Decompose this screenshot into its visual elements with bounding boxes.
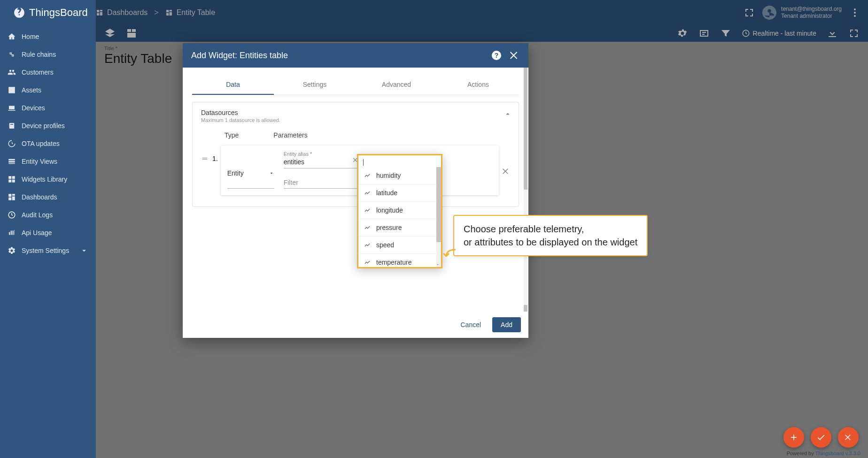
- devices-icon: [8, 104, 16, 112]
- settings-icon: [8, 246, 16, 255]
- filter-field[interactable]: Filter: [284, 172, 359, 189]
- entity-views-icon: [8, 157, 16, 166]
- telemetry-options: humidity latitude longitude pressure spe…: [357, 167, 442, 268]
- collapse-icon[interactable]: [504, 110, 512, 120]
- tab-advanced[interactable]: Advanced: [356, 75, 437, 95]
- timeseries-icon: [364, 172, 371, 179]
- dropdown-option-longitude[interactable]: longitude: [358, 201, 441, 219]
- sidebar-item-ota-updates[interactable]: OTA updates: [0, 135, 96, 153]
- sidebar-item-devices[interactable]: Devices: [0, 99, 96, 117]
- tab-data[interactable]: Data: [192, 75, 274, 95]
- dialog-scrollbar[interactable]: [524, 68, 527, 312]
- add-widget-dialog: Add Widget: Entities table ? Data Settin…: [183, 43, 528, 338]
- dialog-header: Add Widget: Entities table ?: [183, 43, 528, 68]
- entity-alias-input[interactable]: [284, 158, 349, 166]
- type-select[interactable]: Entity: [227, 151, 274, 189]
- dialog-body: Data Settings Advanced Actions Datasourc…: [183, 68, 528, 312]
- hint-callout: Choose preferable telemetry, or attribut…: [453, 215, 648, 256]
- assets-icon: [8, 86, 16, 94]
- rule-chains-icon: [8, 50, 16, 59]
- sidebar-item-device-profiles[interactable]: Device profiles: [0, 117, 96, 135]
- customers-icon: [8, 68, 16, 76]
- telemetry-dropdown: humidity latitude longitude pressure spe…: [357, 154, 442, 268]
- sidebar-item-audit-logs[interactable]: Audit Logs: [0, 206, 96, 224]
- dialog-tabs: Data Settings Advanced Actions: [192, 75, 519, 95]
- dialog-actions: Cancel Add: [183, 312, 528, 338]
- fab-cancel[interactable]: [838, 427, 859, 448]
- timeseries-icon: [364, 224, 371, 231]
- row-number: 1.: [212, 155, 218, 162]
- dialog-title: Add Widget: Entities table: [191, 51, 491, 61]
- timeseries-icon: [364, 190, 371, 196]
- dropdown-scrollbar[interactable]: [436, 167, 441, 267]
- tab-actions[interactable]: Actions: [437, 75, 519, 95]
- datasource-row: 1. Entity Entity alias * Filter: [201, 145, 510, 195]
- sidebar-item-dashboards[interactable]: Dashboards: [0, 188, 96, 206]
- datasources-title: Datasources: [201, 109, 510, 116]
- fab-add[interactable]: [783, 427, 804, 448]
- help-icon[interactable]: ?: [491, 50, 502, 61]
- telemetry-input[interactable]: [357, 154, 442, 167]
- cancel-button[interactable]: Cancel: [454, 317, 488, 332]
- fab-row: [783, 427, 859, 448]
- drag-handle-icon[interactable]: [201, 155, 209, 164]
- close-icon[interactable]: [509, 50, 520, 61]
- sidebar-item-entity-views[interactable]: Entity Views: [0, 153, 96, 170]
- scroll-down-icon[interactable]: [435, 262, 440, 267]
- dropdown-option-humidity[interactable]: humidity: [358, 167, 441, 184]
- app-logo[interactable]: ThingsBoard: [0, 7, 96, 19]
- footer-link[interactable]: Thingsboard v.3.3.0: [815, 450, 860, 456]
- remove-datasource-icon[interactable]: [502, 167, 510, 177]
- api-usage-icon: [8, 229, 16, 237]
- dashboards-icon: [8, 193, 16, 201]
- dropdown-option-speed[interactable]: speed: [358, 236, 441, 253]
- chevron-down-icon: [80, 246, 88, 255]
- app-name: ThingsBoard: [29, 7, 88, 19]
- sidebar: Home Rule chains Customers Assets Device…: [0, 25, 96, 458]
- add-button[interactable]: Add: [492, 317, 521, 332]
- entity-alias-field[interactable]: Entity alias *: [284, 151, 359, 168]
- timeseries-icon: [364, 207, 371, 214]
- fab-apply[interactable]: [811, 427, 831, 448]
- hint-arrow-icon: [442, 248, 457, 258]
- sidebar-item-rule-chains[interactable]: Rule chains: [0, 46, 96, 63]
- chevron-down-icon: [269, 170, 274, 176]
- svg-rect-5: [10, 124, 13, 125]
- audit-logs-icon: [8, 211, 16, 219]
- svg-rect-4: [9, 123, 15, 129]
- datasources-hint: Maximum 1 datasource is allowed.: [201, 117, 510, 123]
- sidebar-item-assets[interactable]: Assets: [0, 81, 96, 99]
- col-type: Type: [225, 131, 239, 139]
- sidebar-item-customers[interactable]: Customers: [0, 63, 96, 81]
- home-icon: [8, 32, 16, 41]
- dropdown-option-pressure[interactable]: pressure: [358, 219, 441, 236]
- ota-updates-icon: [8, 139, 16, 148]
- dropdown-option-latitude[interactable]: latitude: [358, 184, 441, 201]
- device-profiles-icon: [8, 122, 16, 130]
- footer: Powered by Thingsboard v.3.3.0: [787, 450, 860, 456]
- sidebar-item-system-settings[interactable]: System Settings: [0, 242, 96, 260]
- widgets-icon: [8, 175, 16, 183]
- sidebar-item-widgets-library[interactable]: Widgets Library: [0, 170, 96, 188]
- sidebar-item-home[interactable]: Home: [0, 28, 96, 46]
- col-parameters: Parameters: [273, 131, 307, 139]
- logo-icon: [13, 7, 25, 19]
- timeseries-icon: [364, 259, 371, 266]
- datasources-card: Datasources Maximum 1 datasource is allo…: [192, 102, 519, 207]
- dropdown-option-temperature[interactable]: temperature: [358, 253, 441, 268]
- sidebar-item-api-usage[interactable]: Api Usage: [0, 224, 96, 242]
- tab-settings[interactable]: Settings: [274, 75, 356, 95]
- timeseries-icon: [364, 242, 371, 248]
- svg-text:?: ?: [495, 52, 499, 59]
